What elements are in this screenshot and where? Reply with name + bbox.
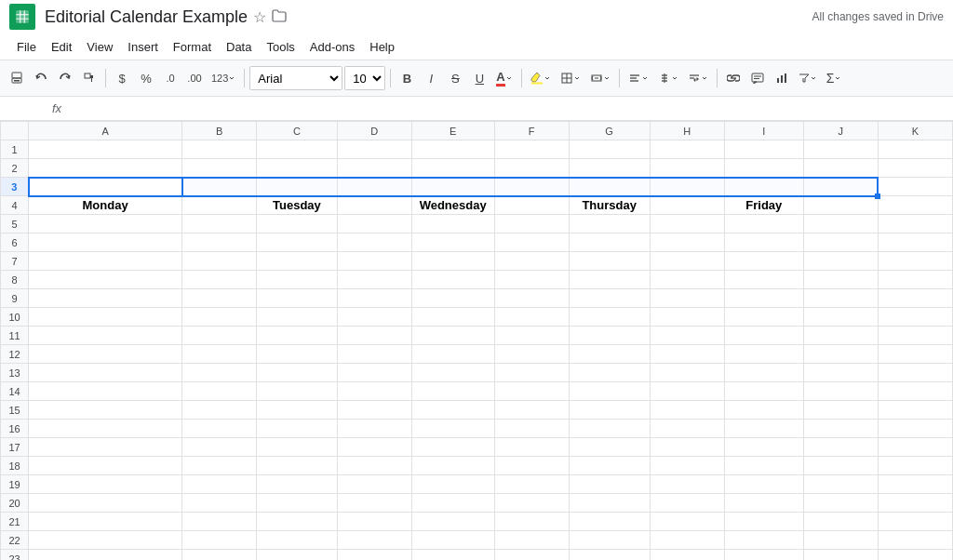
- menu-data[interactable]: Data: [219, 37, 259, 57]
- cell-J11[interactable]: [803, 327, 878, 345]
- text-wrap-button[interactable]: [684, 65, 712, 91]
- cell-B3[interactable]: [182, 178, 257, 196]
- cell-E17[interactable]: [411, 438, 494, 457]
- cell-D18[interactable]: [337, 457, 411, 475]
- cell-G16[interactable]: [569, 420, 650, 438]
- cell-C22[interactable]: [257, 531, 337, 550]
- cell-B19[interactable]: [182, 475, 257, 494]
- cell-A18[interactable]: [29, 457, 182, 475]
- cell-A15[interactable]: [29, 401, 182, 420]
- cell-G10[interactable]: [569, 308, 650, 327]
- cell-J7[interactable]: [803, 252, 878, 271]
- cell-H21[interactable]: [650, 513, 724, 531]
- cell-C11[interactable]: [257, 327, 337, 345]
- cell-A1[interactable]: [29, 140, 182, 159]
- folder-icon[interactable]: [272, 9, 287, 25]
- col-header-g[interactable]: G: [569, 122, 650, 140]
- cell-A16[interactable]: [29, 420, 182, 438]
- cell-A21[interactable]: [29, 513, 182, 531]
- cell-J6[interactable]: [803, 233, 878, 252]
- cell-G3[interactable]: [569, 178, 650, 196]
- cell-B13[interactable]: [182, 364, 257, 382]
- cell-H20[interactable]: [650, 494, 724, 513]
- cell-C3[interactable]: [257, 178, 337, 196]
- cell-F7[interactable]: [494, 252, 569, 271]
- cell-K13[interactable]: [878, 364, 952, 382]
- cell-E23[interactable]: [411, 550, 494, 561]
- cell-A12[interactable]: [29, 345, 182, 364]
- cell-E13[interactable]: [411, 364, 494, 382]
- cell-F2[interactable]: [494, 159, 569, 178]
- cell-D15[interactable]: [337, 401, 411, 420]
- cell-E7[interactable]: [411, 252, 494, 271]
- cell-F11[interactable]: [494, 327, 569, 345]
- cell-K4[interactable]: [878, 196, 952, 215]
- cell-J8[interactable]: [803, 271, 878, 289]
- borders-button[interactable]: [557, 65, 584, 91]
- italic-button[interactable]: I: [420, 65, 442, 91]
- cell-C18[interactable]: [257, 457, 337, 475]
- cell-C10[interactable]: [257, 308, 337, 327]
- cell-I4[interactable]: Friday: [724, 196, 803, 215]
- cell-F21[interactable]: [494, 513, 569, 531]
- functions-button[interactable]: Σ: [823, 65, 846, 91]
- cell-G21[interactable]: [569, 513, 650, 531]
- cell-K11[interactable]: [878, 327, 952, 345]
- cell-J4[interactable]: [803, 196, 878, 215]
- cell-F14[interactable]: [494, 382, 569, 401]
- cell-D9[interactable]: [337, 289, 411, 308]
- cell-B9[interactable]: [182, 289, 257, 308]
- cell-E18[interactable]: [411, 457, 494, 475]
- cell-B6[interactable]: [182, 233, 257, 252]
- cell-E20[interactable]: [411, 494, 494, 513]
- col-header-a[interactable]: A: [29, 122, 182, 140]
- menu-file[interactable]: File: [9, 37, 44, 57]
- cell-J9[interactable]: [803, 289, 878, 308]
- cell-I3[interactable]: [724, 178, 803, 196]
- bold-button[interactable]: B: [396, 65, 418, 91]
- cell-B23[interactable]: [182, 550, 257, 561]
- cell-E22[interactable]: [411, 531, 494, 550]
- cell-I6[interactable]: [724, 233, 803, 252]
- cell-J3[interactable]: [803, 178, 878, 196]
- cell-I9[interactable]: [724, 289, 803, 308]
- cell-F23[interactable]: [494, 550, 569, 561]
- cell-K14[interactable]: [878, 382, 952, 401]
- cell-B15[interactable]: [182, 401, 257, 420]
- cell-K8[interactable]: [878, 271, 952, 289]
- cell-K1[interactable]: [878, 140, 952, 159]
- cell-D16[interactable]: [337, 420, 411, 438]
- cell-G19[interactable]: [569, 475, 650, 494]
- col-header-j[interactable]: J: [803, 122, 878, 140]
- cell-K9[interactable]: [878, 289, 952, 308]
- cell-D17[interactable]: [337, 438, 411, 457]
- cell-I10[interactable]: [724, 308, 803, 327]
- redo-button[interactable]: [54, 65, 76, 91]
- col-header-k[interactable]: K: [878, 122, 952, 140]
- cell-F20[interactable]: [494, 494, 569, 513]
- cell-E2[interactable]: [411, 159, 494, 178]
- menu-addons[interactable]: Add-ons: [302, 37, 362, 57]
- cell-I7[interactable]: [724, 252, 803, 271]
- cell-H2[interactable]: [650, 159, 724, 178]
- cell-B5[interactable]: [182, 215, 257, 233]
- cell-C19[interactable]: [257, 475, 337, 494]
- link-button[interactable]: [722, 65, 745, 91]
- percent-button[interactable]: %: [135, 65, 157, 91]
- cell-H19[interactable]: [650, 475, 724, 494]
- cell-F9[interactable]: [494, 289, 569, 308]
- cell-B18[interactable]: [182, 457, 257, 475]
- cell-D1[interactable]: [337, 140, 411, 159]
- cell-C21[interactable]: [257, 513, 337, 531]
- cell-F15[interactable]: [494, 401, 569, 420]
- currency-button[interactable]: $: [111, 65, 133, 91]
- cell-H5[interactable]: [650, 215, 724, 233]
- cell-I8[interactable]: [724, 271, 803, 289]
- cell-B12[interactable]: [182, 345, 257, 364]
- cell-J15[interactable]: [803, 401, 878, 420]
- cell-H7[interactable]: [650, 252, 724, 271]
- cell-G14[interactable]: [569, 382, 650, 401]
- cell-E6[interactable]: [411, 233, 494, 252]
- cell-K20[interactable]: [878, 494, 952, 513]
- cell-A7[interactable]: [29, 252, 182, 271]
